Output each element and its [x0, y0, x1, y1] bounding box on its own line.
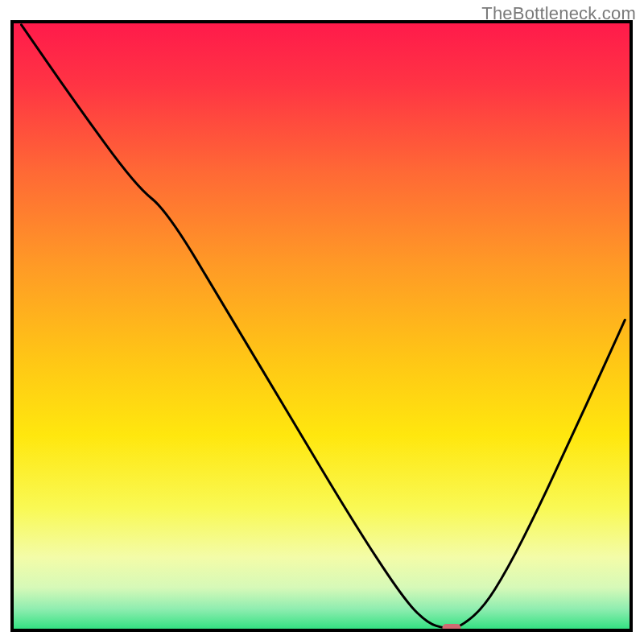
plot-background [12, 22, 631, 630]
bottleneck-chart [0, 0, 644, 644]
